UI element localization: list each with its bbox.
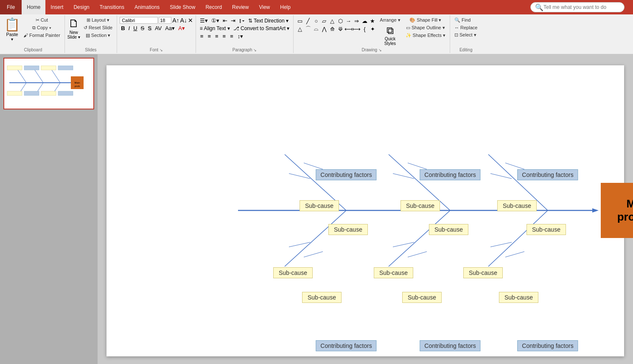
distributed-button[interactable]: ≡: [228, 33, 235, 40]
underline-button[interactable]: U: [132, 25, 138, 32]
decrease-font-button[interactable]: A↓: [180, 17, 187, 24]
tab-insert[interactable]: Insert: [45, 0, 68, 14]
shape-icon-19[interactable]: {: [361, 25, 368, 33]
bullets-button[interactable]: ☰▾: [199, 17, 209, 24]
shape-icon-5[interactable]: △: [328, 17, 336, 25]
tab-record[interactable]: Record: [200, 0, 227, 14]
cf-box-top-left[interactable]: Contributing factors: [316, 169, 376, 180]
tab-home[interactable]: Home: [22, 0, 45, 14]
layout-button[interactable]: ⊞ Layout ▾: [82, 17, 114, 23]
shape-outline-button[interactable]: ▭ Shape Outline ▾: [404, 25, 447, 31]
shape-icon-1[interactable]: ▭: [296, 17, 304, 25]
convert-smartart-button[interactable]: ⎇ Convert to SmartArt ▾: [232, 25, 291, 32]
clear-format-button[interactable]: ✕: [188, 17, 193, 24]
shape-icon-6[interactable]: ⬡: [336, 17, 344, 25]
cut-button[interactable]: ✂ Cut: [22, 17, 62, 23]
font-color-button[interactable]: A▾: [177, 25, 186, 32]
sc-box-lm2[interactable]: Sub-cause: [402, 292, 442, 303]
italic-button[interactable]: I: [127, 25, 132, 32]
svg-line-26: [408, 163, 427, 169]
arrange-button[interactable]: Arrange ▾: [378, 17, 402, 23]
shape-icon-8[interactable]: ⇒: [353, 17, 360, 25]
shape-icon-10[interactable]: ★: [369, 17, 376, 25]
char-spacing-button[interactable]: AV: [154, 25, 163, 32]
sc-box-ur2[interactable]: Sub-cause: [527, 224, 566, 235]
numbering-button[interactable]: ①▾: [210, 17, 221, 24]
find-button[interactable]: 🔍 Find: [453, 17, 472, 23]
shape-icon-2[interactable]: ╱: [304, 17, 312, 25]
main-problem-box[interactable]: Main problem: [601, 183, 633, 238]
tab-animations[interactable]: Animations: [129, 0, 165, 14]
shape-icon-4[interactable]: ▱: [320, 17, 328, 25]
cf-box-top-middle[interactable]: Contributing factors: [420, 169, 480, 180]
shape-icon-16[interactable]: ⟱: [336, 25, 344, 33]
cf-box-bottom-middle[interactable]: Contributing factors: [420, 340, 480, 351]
columns-button[interactable]: ⫿▾: [238, 17, 246, 24]
search-bar[interactable]: 🔍: [530, 2, 625, 12]
inc-indent-button[interactable]: ⇥: [230, 17, 237, 24]
shape-icon-3[interactable]: ○: [312, 17, 320, 25]
sc-box-ll1[interactable]: Sub-cause: [273, 267, 313, 278]
quick-styles-button[interactable]: ⧉ Quick Styles: [378, 25, 402, 46]
justify-button[interactable]: ≡: [221, 33, 228, 40]
shape-fill-button[interactable]: 🎨 Shape Fill ▾: [404, 17, 447, 23]
shape-icon-20[interactable]: ✦: [369, 25, 376, 33]
dec-indent-button[interactable]: ⇤: [221, 17, 229, 24]
shape-icon-7[interactable]: →: [345, 17, 352, 25]
shape-icon-12[interactable]: ⌒: [304, 25, 312, 33]
sc-box-um2[interactable]: Sub-cause: [429, 224, 468, 235]
shape-icon-11[interactable]: △: [296, 25, 304, 33]
font-name-input[interactable]: [120, 17, 158, 24]
sc-box-lm1[interactable]: Sub-cause: [374, 267, 413, 278]
strikethrough-button[interactable]: S: [140, 25, 146, 32]
paste-dropdown-icon[interactable]: ▾: [11, 37, 13, 42]
font-case-button[interactable]: Aa▾: [164, 25, 176, 32]
cf-box-top-right[interactable]: Contributing factors: [517, 169, 578, 180]
align-left-button[interactable]: ≡: [199, 33, 205, 40]
section-button[interactable]: ▤ Section ▾: [82, 32, 114, 39]
search-input[interactable]: [543, 4, 620, 10]
select-button[interactable]: ⊡ Select ▾: [453, 32, 478, 38]
replace-button[interactable]: ↔ Replace: [453, 25, 479, 31]
shape-icon-14[interactable]: ⋀: [320, 25, 328, 33]
paste-button[interactable]: 📋 Paste ▾: [4, 17, 20, 42]
tab-help[interactable]: Help: [275, 0, 296, 14]
tab-view[interactable]: View: [254, 0, 275, 14]
line-spacing-button[interactable]: ↕▾: [236, 33, 245, 40]
cf-label-bottom-right: Contributing factors: [522, 342, 573, 349]
format-painter-button[interactable]: 🖌 Format Painter: [22, 32, 62, 38]
cf-box-bottom-left[interactable]: Contributing factors: [316, 340, 376, 351]
sc-box-ul1[interactable]: Sub-cause: [300, 200, 339, 211]
shape-icon-15[interactable]: ⟰: [328, 25, 336, 33]
tab-transitions[interactable]: Transitions: [95, 0, 129, 14]
font-size-input[interactable]: [159, 17, 171, 24]
sc-box-ll2[interactable]: Sub-cause: [302, 292, 342, 303]
sc-box-um1[interactable]: Sub-cause: [401, 200, 440, 211]
slide-thumb-1[interactable]: 1: [3, 58, 94, 109]
align-right-button[interactable]: ≡: [213, 33, 220, 40]
shape-icon-18[interactable]: ⟼: [353, 25, 360, 33]
increase-font-button[interactable]: A↑: [172, 17, 179, 24]
tab-design[interactable]: Design: [68, 0, 94, 14]
sc-box-ul2[interactable]: Sub-cause: [328, 224, 368, 235]
tab-review[interactable]: Review: [227, 0, 254, 14]
tab-file[interactable]: File: [0, 0, 22, 14]
sc-box-lr1[interactable]: Sub-cause: [463, 267, 503, 278]
shape-icon-13[interactable]: ⌓: [312, 25, 320, 33]
copy-button[interactable]: ⧉ Copy ▾: [22, 25, 62, 31]
align-text-button[interactable]: ≡ Align Text ▾: [199, 25, 231, 32]
shape-effects-button[interactable]: ✨ Shape Effects ▾: [404, 32, 447, 39]
sc-box-ur1[interactable]: Sub-cause: [497, 200, 537, 211]
center-button[interactable]: ≡: [206, 33, 213, 40]
tab-slideshow[interactable]: Slide Show: [165, 0, 200, 14]
shape-icon-17[interactable]: ⟻: [345, 25, 352, 33]
sc-box-lr2[interactable]: Sub-cause: [499, 292, 538, 303]
new-slide-button[interactable]: 🗋 New Slide ▾: [67, 17, 80, 39]
slide-canvas[interactable]: Contributing factors Contributing factor…: [106, 65, 624, 356]
text-direction-button[interactable]: ⇅ Text Direction ▾: [247, 17, 290, 24]
cf-box-bottom-right[interactable]: Contributing factors: [517, 340, 578, 351]
shadow-button[interactable]: S: [146, 25, 153, 32]
bold-button[interactable]: B: [120, 25, 126, 32]
shape-icon-9[interactable]: ☁: [361, 17, 368, 25]
reset-slide-button[interactable]: ↺ Reset Slide: [82, 25, 114, 31]
